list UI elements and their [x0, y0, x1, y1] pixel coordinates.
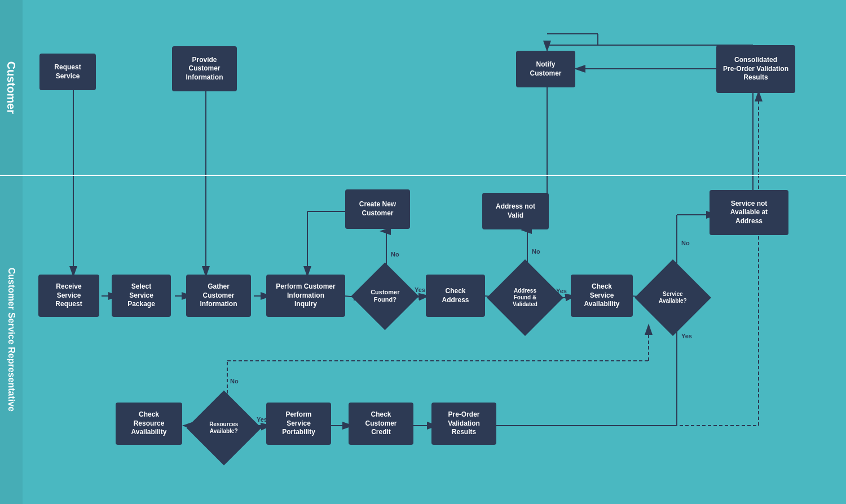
perform-portability-node: PerformServicePortability	[266, 403, 331, 445]
svg-text:No: No	[230, 378, 239, 384]
svg-text:No: No	[681, 240, 690, 246]
customer-lane-label: Customer	[0, 0, 23, 175]
diagram-container: Yes No Yes No No	[0, 0, 846, 504]
perform-inquiry-node: Perform CustomerInformationInquiry	[266, 275, 345, 317]
csr-lane-label: Customer Service Representative	[0, 175, 23, 504]
gather-customer-info-node: GatherCustomerInformation	[186, 275, 251, 317]
svg-text:Yes: Yes	[681, 333, 692, 339]
check-address-node: CheckAddress	[426, 275, 485, 317]
create-new-customer-node: Create NewCustomer	[345, 189, 410, 229]
check-service-availability-node: CheckServiceAvailability	[571, 275, 633, 317]
svg-text:No: No	[532, 248, 540, 255]
select-service-package-node: SelectServicePackage	[112, 275, 171, 317]
check-credit-node: CheckCustomerCredit	[349, 403, 413, 445]
address-not-valid-node: Address notValid	[482, 193, 549, 229]
resources-available-diamond: ResourcesAvailable?	[187, 391, 262, 466]
consolidated-results-node: ConsolidatedPre-Order ValidationResults	[716, 45, 795, 93]
receive-service-request-node: ReceiveServiceRequest	[38, 275, 99, 317]
service-available-diamond: ServiceAvailable?	[634, 259, 711, 336]
service-not-available-node: Service notAvailable atAddress	[710, 190, 788, 235]
preorder-results-node: Pre-OrderValidationResults	[431, 403, 496, 445]
svg-text:No: No	[391, 251, 399, 258]
swimlane-divider	[0, 175, 846, 176]
svg-text:Yes: Yes	[415, 286, 425, 293]
check-resource-node: CheckResourceAvailability	[116, 403, 182, 445]
customer-found-diamond: CustomerFound?	[351, 262, 418, 330]
provide-customer-info-node: ProvideCustomerInformation	[172, 46, 237, 91]
notify-customer-node: NotifyCustomer	[516, 51, 575, 87]
address-found-diamond: AddressFound &Validated	[487, 259, 563, 336]
request-service-node: RequestService	[39, 54, 96, 90]
